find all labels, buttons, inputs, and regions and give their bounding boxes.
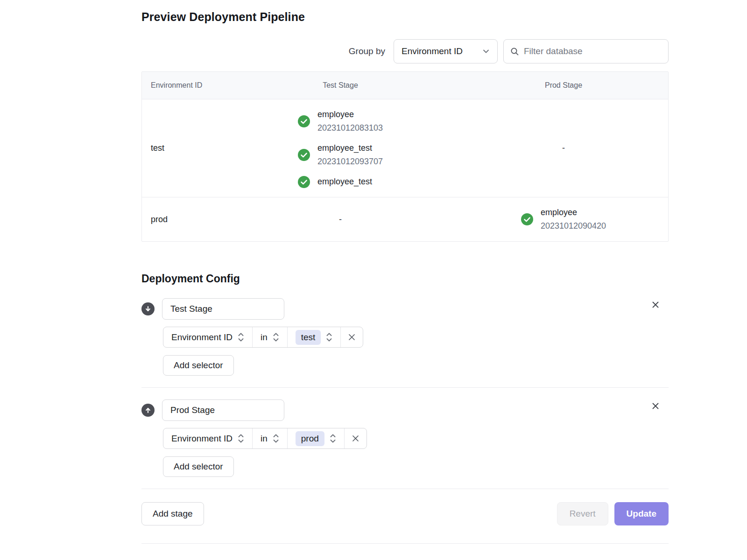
- close-icon: [651, 300, 660, 309]
- selector-group: Environment ID in test: [163, 327, 363, 348]
- footer-actions: Add stage Revert Update: [141, 502, 669, 525]
- column-header-environment-id: Environment ID: [142, 81, 222, 90]
- page-container: Preview Deployment Pipeline Group by Env…: [141, 0, 669, 544]
- revert-button[interactable]: Revert: [557, 502, 608, 525]
- deployment-item: employee_test 20231012093707: [298, 141, 383, 168]
- close-icon: [651, 401, 660, 411]
- add-stage-button[interactable]: Add stage: [141, 502, 204, 525]
- stage-divider: [141, 387, 669, 388]
- search-icon: [510, 47, 519, 56]
- toolbar: Group by Environment ID: [141, 39, 669, 63]
- deployment-list: employee 20231012083103 employee_test 20…: [298, 99, 383, 197]
- empty-dash: -: [562, 143, 565, 153]
- selector-operator-select[interactable]: in: [252, 428, 287, 448]
- deployment-name: employee_test: [317, 141, 383, 155]
- stage-name-input[interactable]: [162, 298, 284, 320]
- close-icon: [347, 333, 356, 342]
- stage-name-input[interactable]: [162, 399, 284, 421]
- value-tag: test: [296, 330, 321, 345]
- database-filter[interactable]: [503, 39, 669, 63]
- selector-field-select[interactable]: Environment ID: [163, 428, 252, 448]
- column-header-prod-stage: Prod Stage: [459, 81, 668, 90]
- deployment-config-heading: Deployment Config: [141, 273, 669, 285]
- chevron-down-icon: [482, 48, 490, 55]
- remove-selector-button[interactable]: [344, 428, 366, 448]
- stage-block-test: Environment ID in test: [141, 298, 669, 376]
- selector-operator-select[interactable]: in: [252, 327, 287, 347]
- selector-value-select[interactable]: prod: [287, 428, 344, 448]
- close-icon: [351, 434, 360, 443]
- arrow-down-circle-icon: [141, 302, 155, 315]
- table-header-row: Environment ID Test Stage Prod Stage: [142, 72, 668, 99]
- environment-id-cell: prod: [142, 197, 222, 241]
- test-stage-cell: -: [222, 197, 459, 241]
- section-divider: [141, 489, 669, 489]
- remove-selector-button[interactable]: [340, 327, 363, 347]
- column-header-test-stage: Test Stage: [222, 81, 459, 90]
- deployment-item: employee 20231012090420: [521, 206, 606, 233]
- updown-chevrons-icon: [273, 332, 279, 343]
- add-selector-button[interactable]: Add selector: [163, 456, 234, 477]
- deployment-version: 20231012093707: [317, 155, 383, 168]
- add-selector-button[interactable]: Add selector: [163, 355, 234, 376]
- table-row-prod: prod - employee 20231012090420: [142, 197, 668, 241]
- prod-stage-cell: -: [459, 99, 668, 197]
- deployment-name: employee: [541, 206, 606, 219]
- deployment-name: employee_test: [317, 175, 372, 189]
- arrow-up-circle-icon: [141, 404, 155, 417]
- check-circle-icon: [298, 149, 310, 161]
- table-row-test: test employee 20231012083103: [142, 99, 668, 197]
- page-title: Preview Deployment Pipeline: [141, 10, 669, 24]
- empty-dash: -: [339, 215, 342, 224]
- remove-stage-button[interactable]: [649, 298, 662, 311]
- environment-id-cell: test: [142, 99, 222, 197]
- update-button[interactable]: Update: [614, 502, 669, 525]
- deployment-item: employee_test: [298, 175, 383, 189]
- bottom-divider: [141, 543, 669, 544]
- check-circle-icon: [521, 213, 533, 225]
- selector-field-select[interactable]: Environment ID: [163, 327, 252, 347]
- deployment-item: employee 20231012083103: [298, 108, 383, 135]
- value-tag: prod: [296, 431, 324, 446]
- deployment-version: 20231012090420: [541, 219, 606, 233]
- updown-chevrons-icon: [238, 332, 244, 343]
- group-by-value: Environment ID: [402, 46, 463, 56]
- deployment-list: employee 20231012090420: [521, 197, 606, 241]
- selector-group: Environment ID in prod: [163, 428, 367, 449]
- remove-stage-button[interactable]: [649, 399, 662, 413]
- check-circle-icon: [298, 115, 310, 127]
- updown-chevrons-icon: [326, 332, 332, 343]
- updown-chevrons-icon: [273, 433, 279, 444]
- prod-stage-cell: employee 20231012090420: [459, 197, 668, 241]
- selector-value-select[interactable]: test: [287, 327, 341, 347]
- check-circle-icon: [298, 176, 310, 188]
- updown-chevrons-icon: [238, 433, 244, 444]
- stage-block-prod: Environment ID in prod: [141, 399, 669, 477]
- database-filter-input[interactable]: [524, 46, 650, 56]
- updown-chevrons-icon: [330, 433, 336, 444]
- deployment-name: employee: [317, 108, 383, 121]
- pipeline-table: Environment ID Test Stage Prod Stage tes…: [141, 71, 669, 242]
- group-by-label: Group by: [349, 46, 385, 56]
- test-stage-cell: employee 20231012083103 employee_test 20…: [222, 99, 459, 197]
- group-by-select[interactable]: Environment ID: [394, 39, 498, 63]
- deployment-version: 20231012083103: [317, 121, 383, 135]
